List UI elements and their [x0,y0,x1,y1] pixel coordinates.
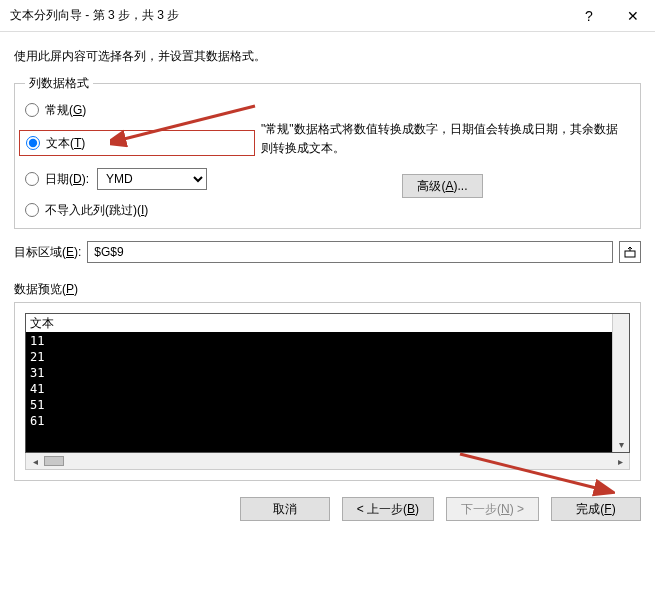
target-input[interactable] [87,241,613,263]
format-description: "常规"数据格式将数值转换成数字，日期值会转换成日期，其余数据则转换成文本。 [261,120,624,158]
radio-general-input[interactable] [25,103,39,117]
hscroll-thumb[interactable] [44,456,64,466]
preview-box: 文本 11 21 31 41 51 61 ▾ [25,313,630,453]
preview-row: 51 [26,397,612,413]
preview-row: 21 [26,349,612,365]
radio-general[interactable]: 常规(G) [25,102,255,118]
dialog-buttons: 取消 < 上一步(B) 下一步(N) > 完成(F) [0,481,655,521]
preview-row: 61 [26,413,612,429]
preview-column-header: 文本 [26,314,612,333]
preview-row: 31 [26,365,612,381]
target-row: 目标区域(E): [14,241,641,263]
range-picker-icon [624,246,636,258]
preview-row: 11 [26,333,612,349]
scroll-down-icon: ▾ [619,439,624,450]
horizontal-scrollbar[interactable]: ◂ ▸ [25,453,630,470]
advanced-button[interactable]: 高级(A)... [402,174,482,198]
scroll-right-icon: ▸ [613,456,627,467]
next-button: 下一步(N) > [446,497,539,521]
radio-date[interactable]: 日期(D): [25,171,89,187]
vertical-scrollbar[interactable]: ▾ [612,314,629,452]
range-picker-button[interactable] [619,241,641,263]
back-button[interactable]: < 上一步(B) [342,497,434,521]
window-controls: ? ✕ [567,1,655,31]
preview-row: 41 [26,381,612,397]
radio-text[interactable]: 文本(T) [26,135,85,151]
group-legend: 列数据格式 [25,75,93,92]
radio-general-label: 常规(G) [45,102,86,118]
radio-date-input[interactable] [25,172,39,186]
radio-text-label: 文本(T) [46,135,85,151]
date-format-select[interactable]: YMD [97,168,207,190]
finish-button[interactable]: 完成(F) [551,497,641,521]
close-button[interactable]: ✕ [611,1,655,31]
radio-skip[interactable]: 不导入此列(跳过)(I) [25,202,255,218]
column-format-group: 列数据格式 常规(G) 文本(T) 日期(D): [14,75,641,229]
scroll-left-icon: ◂ [28,456,42,467]
preview-column[interactable]: 文本 11 21 31 41 51 61 [26,314,612,452]
target-label: 目标区域(E): [14,244,81,261]
hscroll-track[interactable] [44,456,611,466]
preview-section: 数据预览(P) 文本 11 21 31 41 51 61 ▾ ◂ [14,281,641,481]
window-title: 文本分列向导 - 第 3 步，共 3 步 [10,7,179,24]
radio-column: 常规(G) 文本(T) 日期(D): YMD [25,100,255,218]
preview-legend: 数据预览(P) [14,281,641,298]
svg-rect-1 [625,251,635,257]
close-icon: ✕ [627,8,639,24]
radio-text-input[interactable] [26,136,40,150]
radio-text-highlight: 文本(T) [19,130,255,156]
radio-date-label: 日期(D): [45,171,89,187]
cancel-button[interactable]: 取消 [240,497,330,521]
radio-skip-input[interactable] [25,203,39,217]
titlebar: 文本分列向导 - 第 3 步，共 3 步 ? ✕ [0,0,655,32]
instruction-text: 使用此屏内容可选择各列，并设置其数据格式。 [14,48,641,65]
help-button[interactable]: ? [567,1,611,31]
radio-skip-label: 不导入此列(跳过)(I) [45,202,148,218]
